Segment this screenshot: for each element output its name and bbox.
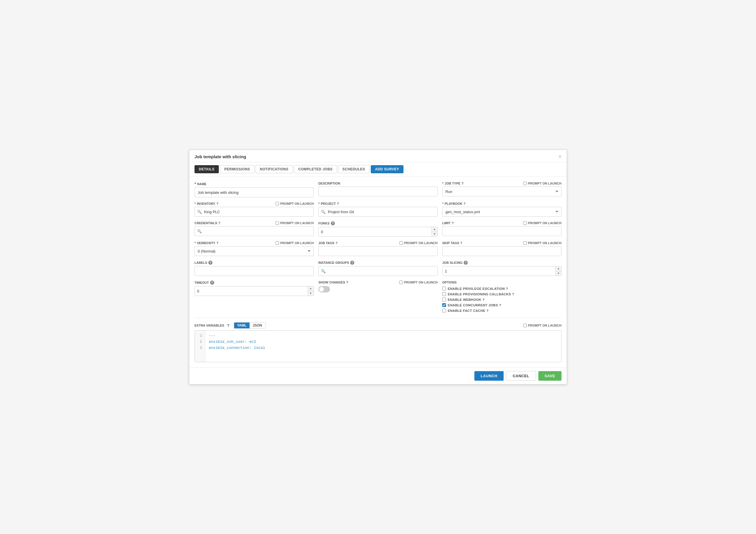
line-number-3: 3 — [198, 345, 202, 351]
skip-tags-label: SKIP TAGS ? — [442, 241, 462, 245]
forks-decrement-button[interactable]: ▼ — [432, 232, 437, 237]
option-fact-cache-checkbox[interactable] — [442, 309, 446, 313]
extra-variables-label-row: EXTRA VARIABLES ? YAML JSON — [195, 322, 265, 329]
verbosity-label: * VERBOSITY ? — [195, 241, 219, 245]
project-input-wrapper: 🔍 — [318, 207, 438, 217]
project-label: * PROJECT ? — [318, 202, 339, 205]
verbosity-prompt-checkbox[interactable] — [276, 241, 279, 245]
option-webhook-help-icon: ? — [482, 298, 484, 301]
option-fact-cache-row: ENABLE FACT CACHE ? — [442, 308, 561, 313]
project-required-star: * — [318, 202, 319, 205]
job-tags-prompt-checkbox[interactable] — [399, 241, 403, 245]
inventory-label: * INVENTORY ? — [195, 202, 219, 205]
inventory-required-star: * — [195, 202, 196, 205]
job-type-prompt-checkbox[interactable] — [523, 182, 527, 185]
limit-help-icon: ? — [452, 221, 454, 225]
inventory-label-row: * INVENTORY ? PROMPT ON LAUNCH — [195, 202, 314, 205]
timeout-spinner-buttons: ▲ ▼ — [308, 286, 313, 296]
description-input[interactable] — [318, 187, 438, 196]
timeout-input[interactable] — [195, 286, 308, 296]
show-changes-toggle[interactable] — [318, 286, 330, 292]
inventory-group: * INVENTORY ? PROMPT ON LAUNCH 🔍 — [195, 202, 314, 217]
forks-spinner: ▲ ▼ — [318, 227, 438, 237]
playbook-select[interactable]: gen_host_status.yml — [442, 207, 561, 217]
credentials-search-icon: 🔍 — [195, 229, 204, 234]
cancel-button[interactable]: CANCEL — [506, 371, 536, 381]
option-webhook-checkbox[interactable] — [442, 298, 446, 301]
job-tags-group: JOB TAGS ? PROMPT ON LAUNCH — [318, 241, 438, 256]
tab-add-survey[interactable]: ADD SURVEY — [371, 165, 403, 173]
tab-schedules[interactable]: SCHEDULES — [338, 165, 370, 173]
json-button[interactable]: JSON — [250, 322, 265, 328]
name-input[interactable] — [195, 188, 314, 197]
yaml-button[interactable]: YAML — [234, 322, 250, 328]
tab-completed-jobs[interactable]: COMPLETED JOBS — [294, 165, 337, 173]
timeout-group: TIMEOUT ? ▲ ▼ — [195, 281, 314, 313]
credentials-input[interactable] — [204, 226, 313, 236]
show-changes-group: SHOW CHANGES ? PROMPT ON LAUNCH — [318, 281, 438, 313]
name-group: * NAME — [195, 182, 314, 197]
labels-input[interactable] — [195, 266, 314, 276]
option-concurrent-checkbox[interactable] — [442, 303, 446, 307]
job-slicing-decrement-button[interactable]: ▼ — [556, 271, 561, 276]
limit-input[interactable] — [442, 226, 561, 236]
limit-prompt-checkbox[interactable] — [523, 221, 527, 225]
timeout-decrement-button[interactable]: ▼ — [308, 291, 313, 296]
instance-groups-input[interactable] — [328, 267, 437, 276]
job-slicing-increment-button[interactable]: ▲ — [556, 267, 561, 271]
extra-vars-prompt-checkbox[interactable] — [523, 324, 527, 327]
save-button[interactable]: SAVE — [538, 371, 561, 381]
forks-increment-button[interactable]: ▲ — [432, 227, 437, 232]
name-required-star: * — [195, 182, 196, 186]
show-changes-prompt-checkbox[interactable] — [399, 281, 403, 284]
verbosity-label-row: * VERBOSITY ? PROMPT ON LAUNCH — [195, 241, 314, 245]
forks-input[interactable] — [319, 227, 432, 236]
skip-tags-input[interactable] — [442, 246, 561, 256]
job-tags-label-row: JOB TAGS ? PROMPT ON LAUNCH — [318, 241, 438, 245]
instance-groups-search-icon: 🔍 — [319, 269, 328, 273]
option-concurrent-help-icon: ? — [499, 303, 501, 307]
timeout-label: TIMEOUT ? — [195, 281, 314, 285]
tab-notifications[interactable]: NOTIFICATIONS — [256, 165, 293, 173]
show-changes-prompt-group: PROMPT ON LAUNCH — [399, 281, 438, 284]
tab-details[interactable]: DETAILS — [195, 165, 219, 173]
option-privilege-checkbox[interactable] — [442, 287, 446, 291]
timeout-increment-button[interactable]: ▲ — [308, 286, 313, 291]
credentials-prompt-checkbox[interactable] — [276, 221, 279, 225]
job-type-select[interactable]: Run Check — [442, 187, 561, 196]
code-editor[interactable]: 1 2 3 --- ansible_ssh_user: ec2 ansible_… — [195, 330, 561, 362]
skip-tags-prompt-checkbox[interactable] — [523, 241, 527, 245]
code-content[interactable]: --- ansible_ssh_user: ec2 ansible_connec… — [205, 331, 561, 362]
job-type-group: * JOB TYPE ? PROMPT ON LAUNCH Run Check — [442, 182, 561, 197]
row-1: * NAME DESCRIPTION * JOB TYPE ? — [195, 182, 561, 197]
tab-permissions[interactable]: PERMISSIONS — [220, 165, 255, 173]
job-type-label: * JOB TYPE ? — [442, 182, 463, 185]
tab-bar: DETAILS PERMISSIONS NOTIFICATIONS COMPLE… — [189, 162, 567, 176]
options-group: OPTIONS ENABLE PRIVILEGE ESCALATION ? EN… — [442, 281, 561, 313]
launch-button[interactable]: LAUNCH — [474, 371, 504, 381]
job-tags-input[interactable] — [318, 246, 438, 256]
limit-label-row: LIMIT ? PROMPT ON LAUNCH — [442, 221, 561, 225]
code-line-1: --- — [209, 334, 215, 338]
option-provisioning-help-icon: ? — [512, 292, 514, 296]
inventory-prompt-checkbox[interactable] — [276, 202, 279, 205]
option-provisioning-checkbox[interactable] — [442, 292, 446, 296]
project-group: * PROJECT ? 🔍 — [318, 202, 438, 217]
inventory-input[interactable] — [204, 207, 313, 216]
close-button[interactable]: × — [558, 154, 561, 159]
skip-tags-prompt-group: PROMPT ON LAUNCH — [523, 241, 561, 245]
option-fact-cache-help-icon: ? — [487, 309, 489, 313]
playbook-label: * PLAYBOOK ? — [442, 202, 465, 205]
instance-groups-group: INSTANCE GROUPS ? 🔍 — [318, 261, 438, 276]
option-privilege-label: ENABLE PRIVILEGE ESCALATION ? — [448, 287, 508, 291]
show-changes-label-row: SHOW CHANGES ? PROMPT ON LAUNCH — [318, 281, 438, 284]
limit-label: LIMIT ? — [442, 221, 453, 225]
option-privilege-help-icon: ? — [506, 287, 508, 291]
verbosity-select[interactable]: 0 (Normal) 1 (Verbose) 2 (More Verbose) … — [195, 246, 314, 256]
extra-variables-label: EXTRA VARIABLES — [195, 324, 224, 327]
job-slicing-group: JOB SLICING ? ▲ ▼ — [442, 261, 561, 276]
playbook-required-star: * — [442, 202, 444, 205]
job-slicing-input[interactable] — [443, 267, 555, 276]
form-body: * NAME DESCRIPTION * JOB TYPE ? — [189, 176, 567, 368]
project-input[interactable] — [328, 207, 437, 216]
